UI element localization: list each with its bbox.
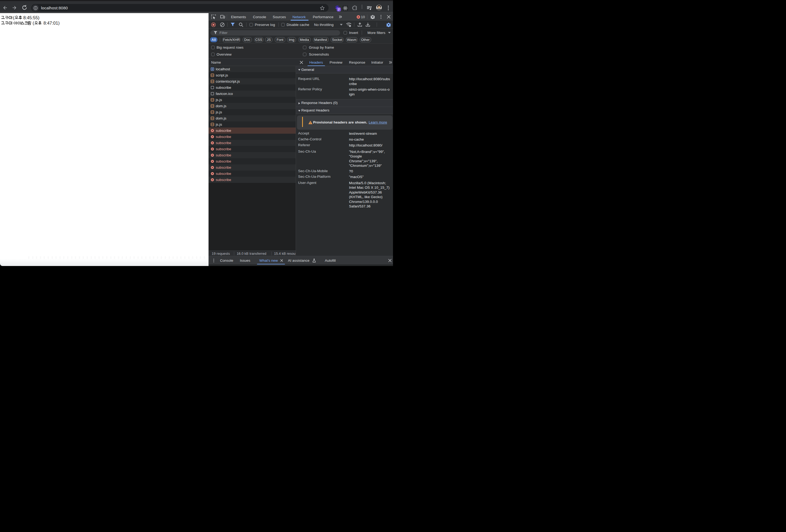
svg-text:8:45:55): 8:45:55) bbox=[23, 15, 40, 20]
svg-text:8:47:01): 8:47:01) bbox=[43, 21, 60, 25]
svg-text:7: 7 bbox=[338, 8, 340, 11]
svg-text:(: ( bbox=[32, 21, 34, 25]
svg-text:(: ( bbox=[13, 15, 15, 20]
